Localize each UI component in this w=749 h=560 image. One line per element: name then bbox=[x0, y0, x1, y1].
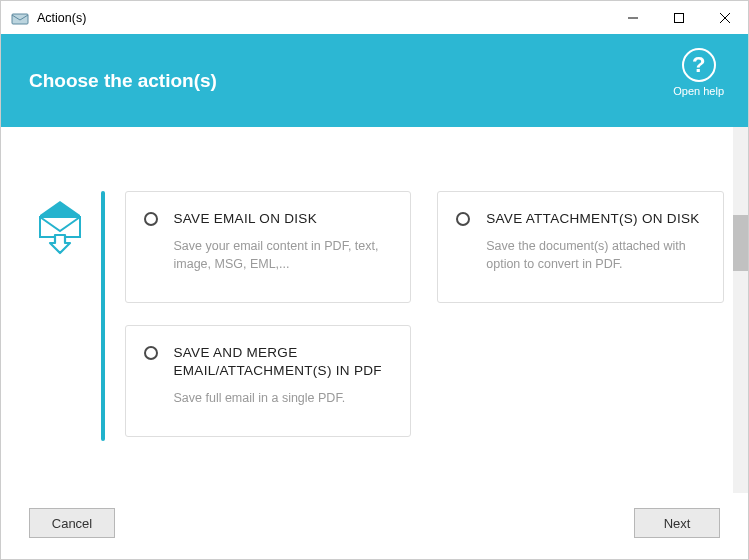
page-title: Choose the action(s) bbox=[29, 70, 217, 92]
next-button[interactable]: Next bbox=[634, 508, 720, 538]
window-title: Action(s) bbox=[37, 11, 86, 25]
radio-icon bbox=[144, 346, 158, 360]
radio-icon bbox=[144, 212, 158, 226]
maximize-button[interactable] bbox=[656, 1, 702, 34]
help-label: Open help bbox=[673, 85, 724, 97]
scrollbar-track[interactable] bbox=[733, 127, 748, 493]
radio-icon bbox=[456, 212, 470, 226]
option-title: SAVE ATTACHMENT(S) ON DISK bbox=[486, 210, 705, 228]
help-icon: ? bbox=[682, 48, 716, 82]
wizard-body: SAVE EMAIL ON DISK Save your email conte… bbox=[1, 127, 748, 493]
option-desc: Save your email content in PDF, text, im… bbox=[174, 238, 393, 273]
option-save-and-merge-pdf[interactable]: SAVE AND MERGE EMAIL/ATTACHMENT(S) IN PD… bbox=[125, 325, 412, 437]
step-icon-column bbox=[19, 191, 101, 493]
app-icon bbox=[11, 9, 29, 27]
scrollbar-thumb[interactable] bbox=[733, 215, 748, 271]
option-save-email-on-disk[interactable]: SAVE EMAIL ON DISK Save your email conte… bbox=[125, 191, 412, 303]
vertical-rule bbox=[101, 191, 105, 441]
wizard-footer: Cancel Next bbox=[1, 493, 748, 559]
window: Action(s) Choose the action(s) ? Open he… bbox=[0, 0, 749, 560]
svg-rect-1 bbox=[675, 13, 684, 22]
svg-rect-0 bbox=[12, 14, 28, 24]
wizard-header: Choose the action(s) ? Open help bbox=[1, 34, 748, 127]
titlebar: Action(s) bbox=[1, 1, 748, 34]
mail-download-icon bbox=[36, 199, 84, 493]
option-title: SAVE AND MERGE EMAIL/ATTACHMENT(S) IN PD… bbox=[174, 344, 393, 380]
option-desc: Save full email in a single PDF. bbox=[174, 390, 393, 408]
options-grid: SAVE EMAIL ON DISK Save your email conte… bbox=[125, 191, 725, 493]
option-title: SAVE EMAIL ON DISK bbox=[174, 210, 393, 228]
cancel-button[interactable]: Cancel bbox=[29, 508, 115, 538]
open-help-button[interactable]: ? Open help bbox=[673, 48, 724, 97]
minimize-button[interactable] bbox=[610, 1, 656, 34]
option-desc: Save the document(s) attached with optio… bbox=[486, 238, 705, 273]
option-save-attachments-on-disk[interactable]: SAVE ATTACHMENT(S) ON DISK Save the docu… bbox=[437, 191, 724, 303]
scroll-area: SAVE EMAIL ON DISK Save your email conte… bbox=[1, 127, 748, 493]
close-button[interactable] bbox=[702, 1, 748, 34]
